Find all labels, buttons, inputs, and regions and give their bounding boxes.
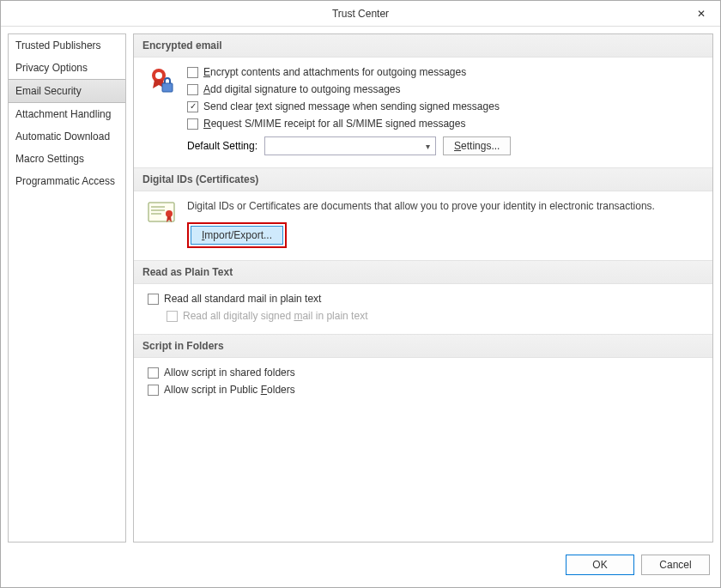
sidebar-item-automatic-download[interactable]: Automatic Download <box>9 125 125 148</box>
sidebar-item-trusted-publishers[interactable]: Trusted Publishers <box>9 34 125 57</box>
checkbox-request-smime-receipt[interactable]: Request S/MIME receipt for all S/MIME si… <box>187 118 699 130</box>
section-header-read-as-plain-text: Read as Plain Text <box>134 260 712 284</box>
import-export-button[interactable]: Import/Export... <box>191 226 283 245</box>
section-body-encrypted-email: Encrypt contents and attachments for out… <box>134 58 712 167</box>
section-body-script-in-folders: Allow script in shared folders Allow scr… <box>134 358 712 408</box>
checkbox-icon <box>148 367 159 379</box>
close-icon: ✕ <box>697 8 706 20</box>
checkbox-encrypt-contents[interactable]: Encrypt contents and attachments for out… <box>187 66 699 78</box>
main-panel: Encrypted email Encrypt contents and att… <box>133 33 713 543</box>
section-header-digital-ids: Digital IDs (Certificates) <box>134 167 712 191</box>
close-button[interactable]: ✕ <box>682 1 720 27</box>
section-header-script-in-folders: Script in Folders <box>134 334 712 358</box>
checkbox-read-standard-plain[interactable]: Read all standard mail in plain text <box>148 293 699 305</box>
checkbox-add-digital-signature[interactable]: Add digital signature to outgoing messag… <box>187 83 699 95</box>
section-header-encrypted-email: Encrypted email <box>134 34 712 58</box>
checkbox-read-signed-plain: Read all digitally signed mail in plain … <box>167 310 699 322</box>
sidebar-item-attachment-handling[interactable]: Attachment Handling <box>9 103 125 125</box>
sidebar-item-privacy-options[interactable]: Privacy Options <box>9 57 125 79</box>
checkbox-label: Send clear text signed message when send… <box>203 100 500 112</box>
sidebar: Trusted Publishers Privacy Options Email… <box>8 33 126 543</box>
checkbox-allow-script-public[interactable]: Allow script in Public Folders <box>148 384 699 396</box>
checkbox-send-clear-text[interactable]: Send clear text signed message when send… <box>187 100 699 112</box>
checkbox-label: Add digital signature to outgoing messag… <box>203 83 401 95</box>
dialog-footer: OK Cancel <box>1 549 720 587</box>
checkbox-label: Request S/MIME receipt for all S/MIME si… <box>203 118 465 130</box>
checkbox-label: Read all standard mail in plain text <box>164 293 321 305</box>
settings-button[interactable]: Settings... <box>443 136 511 155</box>
checkbox-label: Encrypt contents and attachments for out… <box>203 66 466 78</box>
default-setting-dropdown[interactable]: ▾ <box>264 136 436 155</box>
checkbox-icon <box>148 385 159 396</box>
section-body-read-as-plain-text: Read all standard mail in plain text Rea… <box>134 284 712 334</box>
checkbox-allow-script-shared[interactable]: Allow script in shared folders <box>148 367 699 379</box>
ribbon-lock-icon <box>148 66 175 155</box>
default-setting-label: Default Setting: <box>187 140 258 152</box>
titlebar: Trust Center ✕ <box>1 1 720 27</box>
section-body-digital-ids: Digital IDs or Certificates are document… <box>134 191 712 260</box>
checkbox-icon <box>187 67 198 78</box>
chevron-down-icon: ▾ <box>426 142 430 151</box>
sidebar-item-email-security[interactable]: Email Security <box>9 79 125 103</box>
svg-rect-2 <box>162 83 173 92</box>
checkbox-icon <box>187 101 198 112</box>
checkbox-label: Allow script in Public Folders <box>164 384 295 396</box>
svg-point-1 <box>155 72 162 79</box>
checkbox-icon <box>167 311 178 322</box>
checkbox-label: Read all digitally signed mail in plain … <box>183 310 367 322</box>
ok-button[interactable]: OK <box>566 555 634 575</box>
window-title: Trust Center <box>332 8 389 20</box>
content-area: Trusted Publishers Privacy Options Email… <box>1 27 720 549</box>
checkbox-icon <box>187 84 198 95</box>
sidebar-item-programmatic-access[interactable]: Programmatic Access <box>9 170 125 192</box>
sidebar-item-macro-settings[interactable]: Macro Settings <box>9 148 125 170</box>
checkbox-icon <box>148 294 159 305</box>
checkbox-icon <box>187 118 198 130</box>
digital-ids-description: Digital IDs or Certificates are document… <box>187 200 699 212</box>
highlight-box: Import/Export... <box>187 222 287 248</box>
svg-point-7 <box>166 210 173 217</box>
cancel-button[interactable]: Cancel <box>641 555 710 575</box>
checkbox-label: Allow script in shared folders <box>164 367 295 379</box>
certificate-icon <box>148 200 175 248</box>
